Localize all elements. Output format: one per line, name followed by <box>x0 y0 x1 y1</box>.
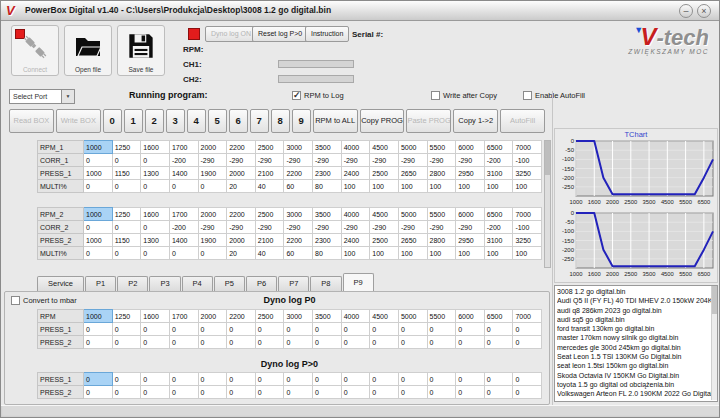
table-cell[interactable]: 3000 <box>284 141 313 154</box>
table-cell[interactable]: 2950 <box>456 234 485 247</box>
table-cell[interactable]: 0 <box>112 373 141 386</box>
table-cell[interactable]: 0 <box>112 154 141 167</box>
table-cell[interactable]: -290 <box>341 221 370 234</box>
action-button-rpm-to-all[interactable]: RPM to ALL <box>313 109 358 133</box>
table-cell[interactable]: -290 <box>456 154 485 167</box>
table-cell[interactable]: 0 <box>513 373 542 386</box>
table-cell[interactable]: 0 <box>513 336 542 349</box>
table-cell[interactable]: 2200 <box>284 167 313 180</box>
file-list-item[interactable]: master 170km nowy silnik go digital.bin <box>557 333 715 342</box>
table-cell[interactable]: 2200 <box>227 208 256 221</box>
table-cell[interactable]: 3250 <box>513 167 542 180</box>
table-cell[interactable]: 40 <box>255 247 284 260</box>
table-cell[interactable]: 100 <box>484 247 513 260</box>
table-cell[interactable]: -290 <box>427 154 456 167</box>
table-cell[interactable]: 0 <box>284 323 313 336</box>
table-cell[interactable]: 2650 <box>398 167 427 180</box>
table-cell[interactable]: 0 <box>112 336 141 349</box>
table-cell[interactable]: 0 <box>284 373 313 386</box>
table-cell[interactable]: -290 <box>398 154 427 167</box>
table-cell[interactable]: 6500 <box>484 310 513 323</box>
action-button-autofill[interactable]: AutoFill <box>500 109 545 133</box>
table-cell[interactable]: 0 <box>398 386 427 399</box>
table-cell[interactable]: 5500 <box>427 141 456 154</box>
dyno-log-on-button[interactable]: Dyno log ON <box>205 26 257 42</box>
table-cell[interactable]: 0 <box>255 336 284 349</box>
table-cell[interactable]: 4000 <box>341 208 370 221</box>
action-button-2[interactable]: 2 <box>145 109 164 133</box>
table-cell[interactable]: -290 <box>198 221 227 234</box>
table-cell[interactable]: 0 <box>198 336 227 349</box>
file-list-item[interactable]: audi sq5 go digital.bin <box>557 315 715 324</box>
table-cell[interactable]: 0 <box>84 180 113 193</box>
action-button-5[interactable]: 5 <box>208 109 227 133</box>
tab-p3[interactable]: P3 <box>149 276 180 291</box>
table-cell[interactable]: 0 <box>141 247 170 260</box>
table-cell[interactable]: 1700 <box>169 141 198 154</box>
table-cell[interactable]: 7000 <box>513 141 542 154</box>
table-cell[interactable]: -290 <box>341 154 370 167</box>
table-cell[interactable]: 1000 <box>84 208 113 221</box>
table-cell[interactable]: 100 <box>341 180 370 193</box>
table-cell[interactable]: 1150 <box>112 167 141 180</box>
table-cell[interactable]: 0 <box>112 221 141 234</box>
convert-to-mbar-checkbox-box[interactable] <box>11 296 20 305</box>
table-cell[interactable]: 100 <box>427 247 456 260</box>
table-cell[interactable]: 0 <box>255 323 284 336</box>
table-cell[interactable]: 3000 <box>284 310 313 323</box>
table-cell[interactable]: 2400 <box>341 167 370 180</box>
table-cell[interactable]: -100 <box>513 154 542 167</box>
table-cell[interactable]: 0 <box>313 323 342 336</box>
table-cell[interactable]: 0 <box>112 386 141 399</box>
table-cell[interactable]: 0 <box>427 336 456 349</box>
table-cell[interactable]: 2500 <box>370 167 399 180</box>
table-cell[interactable]: 3100 <box>484 234 513 247</box>
action-button-7[interactable]: 7 <box>250 109 269 133</box>
table-cell[interactable]: 60 <box>284 180 313 193</box>
table-cell[interactable]: -290 <box>370 154 399 167</box>
table-cell[interactable]: 1700 <box>169 208 198 221</box>
table-cell[interactable]: 3100 <box>484 167 513 180</box>
table-cell[interactable]: 0 <box>169 336 198 349</box>
table-cell[interactable]: 0 <box>84 373 113 386</box>
table-cell[interactable]: 100 <box>456 180 485 193</box>
table-cell[interactable]: 0 <box>141 180 170 193</box>
file-list-item[interactable]: 3008 1.2 go digital.bin <box>557 287 715 296</box>
open-file-button[interactable]: Open file <box>64 25 112 76</box>
table-cell[interactable]: 0 <box>427 323 456 336</box>
write-after-copy-checkbox[interactable]: Write after Copy <box>431 91 497 100</box>
table-cell[interactable]: 0 <box>284 386 313 399</box>
tab-p7[interactable]: P7 <box>278 276 309 291</box>
table-cell[interactable]: -290 <box>427 221 456 234</box>
table-cell[interactable]: 0 <box>370 386 399 399</box>
action-button-0[interactable]: 0 <box>103 109 122 133</box>
file-list-item[interactable]: Volkswagen Arteon FL 2.0 190KM 2022 Go D… <box>557 389 715 398</box>
action-button-4[interactable]: 4 <box>187 109 206 133</box>
table-cell[interactable]: 3500 <box>313 208 342 221</box>
file-list-item[interactable]: toyota 1.5 go digital od obciążenia.bin <box>557 380 715 389</box>
write-after-copy-checkbox-box[interactable] <box>431 91 440 100</box>
table-cell[interactable]: 0 <box>513 323 542 336</box>
table-cell[interactable]: 3250 <box>513 234 542 247</box>
table-cell[interactable]: 100 <box>398 247 427 260</box>
action-button-copy-1-2[interactable]: Copy 1->2 <box>453 109 498 133</box>
file-list-item[interactable]: audi q8 286km 2023 go digital.bin <box>557 306 715 315</box>
table-cell[interactable]: 2000 <box>227 234 256 247</box>
table-cell[interactable]: 6500 <box>484 208 513 221</box>
table-cell[interactable]: 100 <box>513 247 542 260</box>
table-cell[interactable]: 0 <box>141 336 170 349</box>
table-cell[interactable]: 0 <box>427 373 456 386</box>
table-cell[interactable]: 1000 <box>84 167 113 180</box>
connect-button[interactable]: Connect <box>11 25 59 76</box>
tab-p4[interactable]: P4 <box>182 276 213 291</box>
table-cell[interactable]: 2200 <box>227 310 256 323</box>
table-cell[interactable]: -290 <box>255 154 284 167</box>
table-cell[interactable]: 100 <box>456 247 485 260</box>
table-cell[interactable]: -200 <box>169 154 198 167</box>
table-cell[interactable]: 0 <box>398 373 427 386</box>
table-cell[interactable]: 1400 <box>169 167 198 180</box>
table-cell[interactable]: -290 <box>227 154 256 167</box>
table-cell[interactable]: 0 <box>255 373 284 386</box>
table-cell[interactable]: 3500 <box>313 310 342 323</box>
table-cell[interactable]: 60 <box>284 247 313 260</box>
